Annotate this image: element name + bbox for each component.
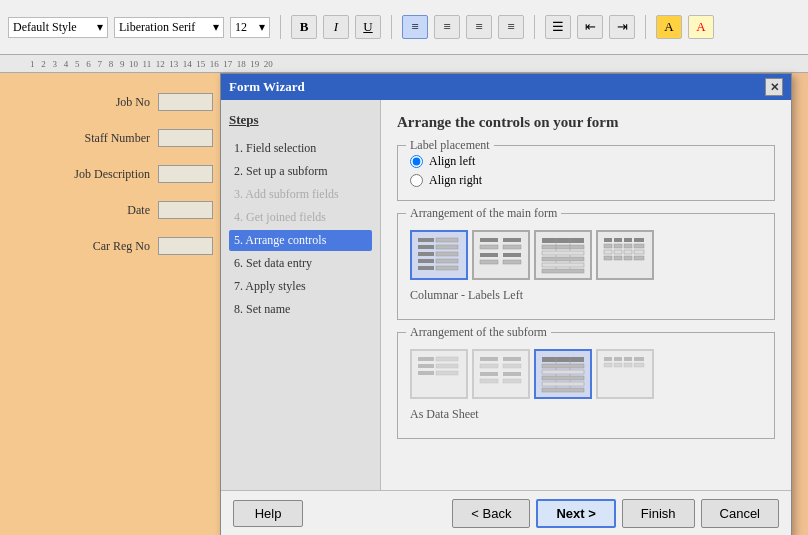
- cancel-button[interactable]: Cancel: [701, 499, 779, 528]
- svg-rect-42: [418, 357, 434, 361]
- field-label-staff-number: Staff Number: [60, 131, 150, 146]
- step-6[interactable]: 6. Set data entry: [229, 253, 372, 274]
- svg-rect-48: [480, 357, 498, 361]
- svg-rect-55: [503, 379, 521, 383]
- svg-rect-10: [480, 238, 498, 242]
- indent-button[interactable]: ⇥: [609, 15, 635, 39]
- form-wizard-dialog: Form Wizard ✕ Steps 1. Field selection 2…: [220, 73, 792, 535]
- svg-rect-71: [634, 363, 644, 367]
- radio-align-left[interactable]: [410, 155, 423, 168]
- svg-rect-36: [624, 250, 632, 254]
- arr-sub-tabular[interactable]: [534, 349, 592, 399]
- svg-rect-44: [418, 364, 434, 368]
- field-input-job-no: [158, 93, 213, 111]
- help-button[interactable]: Help: [233, 500, 303, 527]
- align-right-button[interactable]: ≡: [466, 15, 492, 39]
- arrangement-sub-legend: Arrangement of the subform: [406, 325, 551, 340]
- svg-rect-38: [604, 256, 612, 260]
- radio-align-left-label: Align left: [429, 154, 475, 169]
- finish-button[interactable]: Finish: [622, 499, 695, 528]
- form-row: Job Description: [60, 165, 220, 183]
- svg-rect-41: [634, 256, 644, 260]
- dialog-close-button[interactable]: ✕: [765, 78, 783, 96]
- field-input-job-description: [158, 165, 213, 183]
- font-dropdown[interactable]: Liberation Serif ▾: [114, 17, 224, 38]
- dialog-body: Steps 1. Field selection 2. Set up a sub…: [221, 100, 791, 490]
- arrangement-sub-grid: [410, 349, 762, 399]
- svg-rect-14: [480, 253, 498, 257]
- arr-tabular[interactable]: [534, 230, 592, 280]
- arrangement-main-legend: Arrangement of the main form: [406, 206, 561, 221]
- footer-right: < Back Next > Finish Cancel: [452, 499, 779, 528]
- align-justify-button[interactable]: ≡: [498, 15, 524, 39]
- next-button[interactable]: Next >: [536, 499, 615, 528]
- svg-rect-9: [436, 266, 458, 270]
- svg-rect-59: [542, 364, 584, 368]
- toolbar: Default Style ▾ Liberation Serif ▾ 12 ▾ …: [0, 0, 808, 55]
- svg-rect-23: [542, 257, 584, 261]
- arrangement-main-group: Arrangement of the main form: [397, 213, 775, 320]
- radio-align-right[interactable]: [410, 174, 423, 187]
- arr-data-sheet-main[interactable]: [596, 230, 654, 280]
- svg-rect-63: [542, 388, 584, 392]
- chevron-down-icon: ▾: [259, 20, 265, 35]
- field-input-car-reg-no: [158, 237, 213, 255]
- radio-align-right-row: Align right: [410, 173, 762, 188]
- arr-sub-columnar-top[interactable]: [472, 349, 530, 399]
- arr-sub-data-sheet[interactable]: [596, 349, 654, 399]
- outdent-button[interactable]: ⇤: [577, 15, 603, 39]
- align-center-button[interactable]: ≡: [434, 15, 460, 39]
- back-button[interactable]: < Back: [452, 499, 530, 528]
- svg-rect-31: [614, 244, 622, 248]
- svg-rect-17: [503, 260, 521, 264]
- style-dropdown[interactable]: Default Style ▾: [8, 17, 108, 38]
- arrangement-sub-label: As Data Sheet: [410, 407, 762, 422]
- field-label-car-reg-no: Car Reg No: [60, 239, 150, 254]
- svg-rect-2: [418, 245, 434, 249]
- svg-rect-43: [436, 357, 458, 361]
- highlight-button[interactable]: A: [656, 15, 682, 39]
- svg-rect-18: [542, 238, 584, 243]
- list-button[interactable]: ☰: [545, 15, 571, 39]
- svg-rect-46: [418, 371, 434, 375]
- svg-rect-0: [418, 238, 434, 242]
- underline-button[interactable]: U: [355, 15, 381, 39]
- arr-columnar-labels-top[interactable]: [472, 230, 530, 280]
- svg-rect-64: [604, 357, 612, 361]
- field-input-staff-number: [158, 129, 213, 147]
- chevron-down-icon: ▾: [97, 20, 103, 35]
- separator4: [645, 15, 646, 39]
- step-4: 4. Get joined fields: [229, 207, 372, 228]
- arr-sub-columnar-left[interactable]: [410, 349, 468, 399]
- italic-button[interactable]: I: [323, 15, 349, 39]
- arr-columnar-labels-left[interactable]: [410, 230, 468, 280]
- step-2[interactable]: 2. Set up a subform: [229, 161, 372, 182]
- size-dropdown[interactable]: 12 ▾: [230, 17, 270, 38]
- align-left-button[interactable]: ≡: [402, 15, 428, 39]
- step-1[interactable]: 1. Field selection: [229, 138, 372, 159]
- bold-button[interactable]: B: [291, 15, 317, 39]
- svg-rect-16: [480, 260, 498, 264]
- chevron-down-icon: ▾: [213, 20, 219, 35]
- form-row: Job No: [60, 93, 220, 111]
- svg-rect-8: [418, 266, 434, 270]
- svg-rect-37: [634, 250, 644, 254]
- arrangement-main-label: Columnar - Labels Left: [410, 288, 762, 303]
- step-7[interactable]: 7. Apply styles: [229, 276, 372, 297]
- step-5[interactable]: 5. Arrange controls: [229, 230, 372, 251]
- field-label-job-description: Job Description: [60, 167, 150, 182]
- svg-rect-22: [542, 251, 584, 255]
- step-8[interactable]: 8. Set name: [229, 299, 372, 320]
- main-panel: Arrange the controls on your form Label …: [381, 100, 791, 490]
- svg-rect-39: [614, 256, 622, 260]
- radio-align-left-row: Align left: [410, 154, 762, 169]
- svg-rect-61: [542, 376, 584, 380]
- svg-rect-49: [503, 357, 521, 361]
- color-button[interactable]: A: [688, 15, 714, 39]
- svg-rect-12: [480, 245, 498, 249]
- main-content: Job No Staff Number Job Description Date…: [0, 73, 808, 535]
- field-input-date: [158, 201, 213, 219]
- svg-rect-56: [542, 357, 584, 362]
- form-row: Car Reg No: [60, 237, 220, 255]
- separator2: [391, 15, 392, 39]
